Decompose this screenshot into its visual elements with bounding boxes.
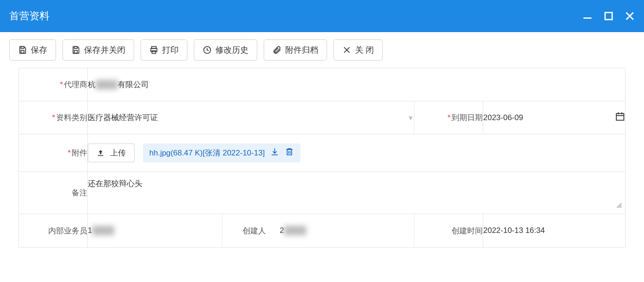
- minimize-icon[interactable]: [582, 11, 593, 21]
- expiry-value-cell[interactable]: 2023-06-09: [483, 101, 625, 134]
- close-button[interactable]: 关 闭: [333, 39, 383, 61]
- history-icon: [203, 45, 212, 55]
- required-asterisk: *: [447, 113, 451, 122]
- required-asterisk: *: [60, 80, 63, 89]
- archive-button[interactable]: 附件归档: [264, 39, 327, 61]
- ctime-label: 创建时间: [452, 227, 483, 235]
- attach-label-cell: *附件: [19, 134, 88, 172]
- required-asterisk: *: [68, 149, 71, 157]
- calendar-icon[interactable]: [615, 111, 625, 124]
- creator-label: 创建人: [243, 226, 266, 236]
- agent-value-redacted: ████: [96, 80, 118, 89]
- remark-label: 备注: [72, 188, 87, 197]
- creator-label-cell: 创建人: [222, 214, 272, 247]
- agent-value-cell[interactable]: 杭████有限公司: [88, 68, 626, 101]
- expiry-label-cell: *到期日期: [414, 101, 483, 134]
- remark-label-cell: 备注: [19, 172, 88, 214]
- svg-rect-18: [98, 155, 103, 156]
- required-asterisk: *: [52, 113, 55, 122]
- attachment-row: 上传 hh.jpg(68.47 K)[张清 2022-10-13]: [88, 144, 625, 162]
- remark-value: 还在那狡辩心头: [88, 179, 142, 188]
- staff-creator-cell: 1████ 创建人 2████: [88, 214, 414, 248]
- ctime-value: 2022-10-13 16:34: [483, 226, 545, 235]
- type-value-cell[interactable]: 医疗器械经营许可证 ▼: [88, 101, 414, 134]
- delete-icon[interactable]: [285, 147, 294, 159]
- creator-value-redacted: ████: [284, 226, 306, 235]
- svg-rect-7: [74, 50, 78, 53]
- svg-line-25: [621, 207, 621, 208]
- svg-rect-14: [616, 114, 624, 121]
- agent-value-suffix: 有限公司: [118, 80, 149, 89]
- upload-icon: [96, 149, 105, 157]
- title-bar: 首营资料: [0, 0, 644, 32]
- type-label-cell: *资料类别: [19, 101, 88, 134]
- staff-value-wrap[interactable]: 1████: [88, 226, 222, 235]
- type-value: 医疗器械经营许可证: [88, 112, 158, 123]
- ctime-value-cell: 2022-10-13 16:34: [483, 214, 625, 248]
- svg-rect-5: [21, 50, 24, 53]
- history-button[interactable]: 修改历史: [194, 39, 257, 61]
- attach-label: 附件: [72, 149, 87, 157]
- maximize-icon[interactable]: [604, 11, 614, 21]
- save-close-label: 保存并关闭: [84, 44, 125, 55]
- agent-label-cell: *代理商: [19, 68, 88, 101]
- close-x-icon: [342, 45, 351, 55]
- file-chip: hh.jpg(68.47 K)[张清 2022-10-13]: [143, 144, 300, 162]
- history-label: 修改历史: [215, 44, 249, 55]
- save-button[interactable]: 保存: [9, 39, 56, 61]
- download-icon[interactable]: [270, 147, 279, 159]
- type-dropdown[interactable]: 医疗器械经营许可证 ▼: [88, 112, 414, 123]
- type-label: 资料类别: [56, 113, 87, 122]
- print-button[interactable]: 打印: [141, 39, 187, 61]
- creator-value-wrap[interactable]: 2████: [272, 226, 414, 235]
- staff-value-redacted: ████: [92, 226, 114, 235]
- paperclip-icon: [272, 45, 282, 55]
- staff-label-cell: 内部业务员: [19, 214, 88, 248]
- staff-label: 内部业务员: [48, 227, 87, 235]
- archive-label: 附件归档: [285, 44, 318, 55]
- upload-button[interactable]: 上传: [88, 144, 135, 162]
- save-label: 保存: [31, 44, 47, 55]
- expiry-date-field[interactable]: 2023-06-09: [483, 111, 625, 124]
- expiry-value: 2023-06-09: [483, 113, 523, 122]
- chevron-down-icon: ▼: [407, 114, 414, 122]
- toolbar: 保存 保存并关闭 打印 修改历史 附件归档 关 闭: [0, 32, 644, 68]
- resize-handle-icon[interactable]: [615, 201, 622, 211]
- remark-value-cell[interactable]: 还在那狡辩心头: [88, 172, 626, 214]
- close-label: 关 闭: [355, 44, 374, 55]
- attach-value-cell: 上传 hh.jpg(68.47 K)[张清 2022-10-13]: [88, 134, 626, 172]
- window-title: 首营资料: [9, 9, 50, 23]
- ctime-label-cell: 创建时间: [414, 214, 483, 248]
- save-close-button[interactable]: 保存并关闭: [62, 39, 134, 61]
- svg-rect-4: [21, 47, 24, 49]
- file-name[interactable]: hh.jpg(68.47 K)[张清 2022-10-13]: [149, 148, 265, 158]
- svg-rect-20: [287, 149, 292, 155]
- print-label: 打印: [162, 44, 179, 55]
- form-table: *代理商 杭████有限公司 *资料类别 医疗器械经营许可证 ▼ *到期日期 2…: [18, 68, 626, 248]
- window-controls: [582, 11, 635, 21]
- svg-rect-6: [74, 47, 78, 49]
- form-area: *代理商 杭████有限公司 *资料类别 医疗器械经营许可证 ▼ *到期日期 2…: [0, 68, 644, 248]
- agent-value-prefix: 杭: [88, 80, 96, 89]
- close-icon[interactable]: [625, 11, 635, 21]
- agent-label: 代理商: [64, 80, 87, 89]
- expiry-label: 到期日期: [452, 113, 483, 122]
- svg-rect-1: [605, 12, 612, 19]
- print-icon: [149, 45, 158, 55]
- upload-label: 上传: [110, 148, 126, 158]
- save-close-icon: [71, 45, 80, 55]
- save-icon: [18, 45, 27, 55]
